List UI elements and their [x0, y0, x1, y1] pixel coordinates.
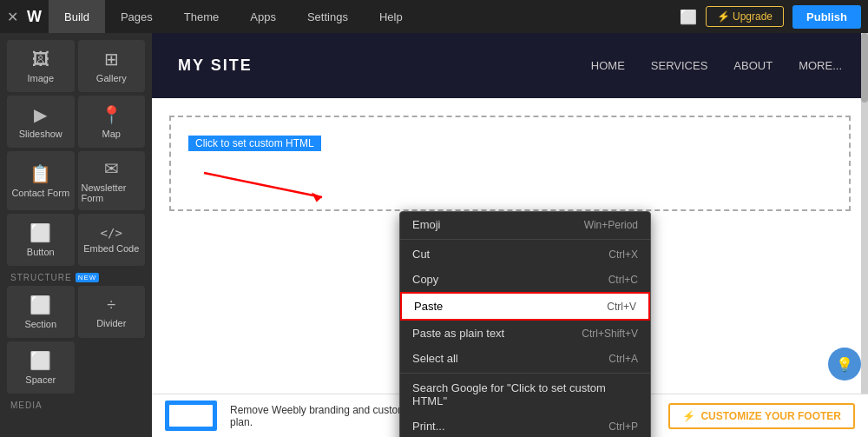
site-nav-home[interactable]: HOME [591, 59, 625, 72]
ctx-copy[interactable]: Copy Ctrl+C [400, 267, 650, 292]
ctx-select-all-label: Select all [412, 352, 458, 365]
tab-theme[interactable]: Theme [168, 0, 234, 33]
sidebar-item-label: Gallery [96, 73, 127, 83]
ctx-select-all-shortcut: Ctrl+A [608, 353, 638, 365]
ctx-select-all[interactable]: Select all Ctrl+A [400, 346, 650, 371]
device-toggle-icon[interactable]: ⬜ [680, 9, 697, 25]
sidebar-item-contact-form[interactable]: 📋 Contact Form [7, 151, 75, 210]
slideshow-icon: ▶ [34, 104, 47, 125]
scrollbar-thumb[interactable] [861, 33, 868, 103]
ctx-paste-plain-label: Paste as plain text [412, 327, 504, 340]
context-menu: Emoji Win+Period Cut Ctrl+X Copy Ctrl+C … [399, 211, 651, 437]
site-logo-icon: W [27, 8, 42, 26]
svg-marker-1 [312, 192, 322, 202]
sidebar-item-embed-code[interactable]: </> Embed Code [78, 214, 146, 266]
site-navigation: HOME SERVICES ABOUT MORE... [591, 59, 842, 72]
red-arrow-indicator [197, 165, 371, 209]
customize-footer-label: CUSTOMIZE YOUR FOOTER [700, 410, 841, 422]
nav-tabs: Build Pages Theme Apps Settings Help [49, 0, 418, 33]
ctx-print-label: Print... [412, 420, 445, 433]
tab-settings[interactable]: Settings [292, 0, 364, 33]
page-content-area: Click to set custom HTML [152, 98, 868, 211]
upgrade-button[interactable]: ⚡ Upgrade [706, 6, 784, 27]
ctx-print[interactable]: Print... Ctrl+P [400, 414, 650, 437]
nav-right-actions: ⬜ ⚡ Upgrade Publish [680, 5, 861, 29]
custom-html-label: Click to set custom HTML [188, 136, 321, 151]
sidebar-item-label: Newsletter Form [82, 182, 142, 203]
spacer-icon: ⬜ [30, 350, 51, 371]
ctx-emoji-shortcut: Win+Period [584, 219, 638, 231]
sidebar-items-grid: 🖼 Image ⊞ Gallery ▶ Slideshow 📍 Map 📋 Co… [7, 40, 145, 266]
help-icon: 💡 [836, 356, 853, 373]
site-nav-more[interactable]: MORE... [799, 59, 842, 72]
newsletter-icon: ✉ [104, 158, 119, 179]
ctx-divider-1 [400, 239, 650, 240]
custom-html-box[interactable]: Click to set custom HTML [169, 116, 851, 211]
ctx-copy-shortcut: Ctrl+C [608, 274, 638, 286]
sidebar-item-label: Slideshow [19, 129, 62, 139]
site-nav-about[interactable]: ABOUT [733, 59, 773, 72]
structure-section-label: STRUCTURE NEW [7, 266, 145, 286]
sidebar-item-image[interactable]: 🖼 Image [7, 40, 75, 92]
ctx-search-google[interactable]: Search Google for "Click to set custom H… [400, 375, 650, 414]
ctx-emoji-label: Emoji [412, 218, 441, 231]
ctx-print-shortcut: Ctrl+P [608, 420, 638, 433]
sidebar-item-button[interactable]: ⬜ Button [7, 214, 75, 266]
sidebar-item-label: Embed Code [83, 243, 139, 254]
ctx-copy-label: Copy [412, 273, 438, 286]
tab-apps[interactable]: Apps [234, 0, 292, 33]
main-content-area: MY SITE HOME SERVICES ABOUT MORE... Clic… [152, 33, 868, 437]
site-logo-text: MY SITE [178, 56, 253, 75]
contact-form-icon: 📋 [30, 163, 51, 184]
publish-button[interactable]: Publish [792, 5, 861, 29]
sidebar-item-slideshow[interactable]: ▶ Slideshow [7, 96, 75, 148]
ctx-cut-label: Cut [412, 248, 430, 261]
ctx-paste-plain[interactable]: Paste as plain text Ctrl+Shift+V [400, 321, 650, 346]
website-preview: MY SITE HOME SERVICES ABOUT MORE... Clic… [152, 33, 868, 437]
site-nav-services[interactable]: SERVICES [651, 59, 708, 72]
ctx-cut-shortcut: Ctrl+X [608, 248, 638, 261]
structure-items-grid: ⬜ Section ÷ Divider ⬜ Spacer [7, 286, 145, 394]
sidebar-item-label: Button [27, 247, 55, 257]
sidebar-item-section[interactable]: ⬜ Section [7, 286, 75, 338]
sidebar-item-divider[interactable]: ÷ Divider [78, 286, 146, 338]
sidebar-item-spacer[interactable]: ⬜ Spacer [7, 341, 75, 394]
sidebar-item-gallery[interactable]: ⊞ Gallery [78, 40, 146, 92]
footer-thumbnail [165, 401, 217, 431]
help-fab-button[interactable]: 💡 [828, 348, 861, 381]
customize-footer-button[interactable]: ⚡ CUSTOMIZE YOUR FOOTER [668, 403, 855, 429]
media-section-label: MEDIA [7, 394, 145, 414]
sidebar-item-label: Spacer [25, 374, 56, 385]
sidebar-item-map[interactable]: 📍 Map [78, 96, 146, 148]
left-sidebar: 🖼 Image ⊞ Gallery ▶ Slideshow 📍 Map 📋 Co… [0, 33, 152, 437]
ctx-paste-plain-shortcut: Ctrl+Shift+V [582, 328, 638, 340]
button-icon: ⬜ [30, 222, 51, 243]
tab-build[interactable]: Build [49, 0, 105, 33]
footer-thumb-inner [169, 405, 213, 427]
site-header: MY SITE HOME SERVICES ABOUT MORE... [152, 33, 868, 98]
sidebar-item-label: Contact Form [11, 188, 69, 198]
close-icon[interactable]: ✕ [7, 9, 18, 25]
ctx-cut[interactable]: Cut Ctrl+X [400, 242, 650, 267]
tab-pages[interactable]: Pages [105, 0, 168, 33]
tab-help[interactable]: Help [364, 0, 418, 33]
sidebar-item-label: Map [102, 129, 121, 139]
new-badge: NEW [76, 273, 100, 282]
ctx-emoji[interactable]: Emoji Win+Period [400, 212, 650, 237]
ctx-paste-label: Paste [414, 300, 443, 313]
sidebar-item-label: Image [27, 73, 54, 83]
ctx-divider-2 [400, 373, 650, 374]
top-navigation: ✕ W Build Pages Theme Apps Settings Help… [0, 0, 868, 33]
map-icon: 📍 [101, 104, 122, 125]
embed-code-icon: </> [101, 226, 122, 240]
ctx-paste[interactable]: Paste Ctrl+V [400, 292, 650, 321]
gallery-icon: ⊞ [104, 49, 119, 70]
sidebar-item-newsletter-form[interactable]: ✉ Newsletter Form [78, 151, 146, 210]
ctx-paste-shortcut: Ctrl+V [607, 301, 636, 313]
sidebar-item-label: Divider [96, 318, 126, 328]
section-icon: ⬜ [30, 295, 51, 315]
lightning-icon: ⚡ [682, 410, 695, 422]
right-scrollbar [861, 33, 868, 437]
sidebar-item-label: Section [24, 319, 56, 329]
image-icon: 🖼 [32, 50, 49, 70]
